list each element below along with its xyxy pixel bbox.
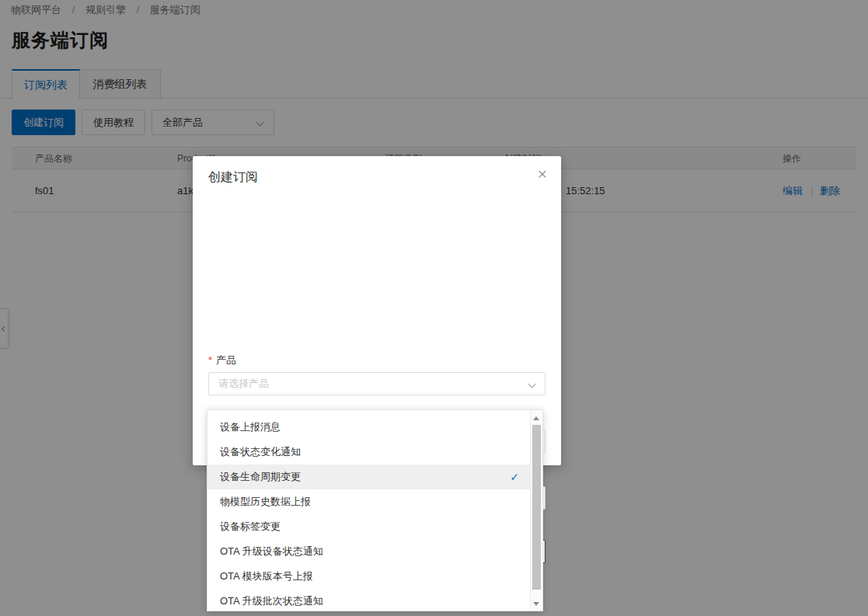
option-ota-batch-status[interactable]: OTA 升级批次状态通知 <box>207 589 530 611</box>
check-icon: ✓ <box>510 465 519 489</box>
option-ota-device-status[interactable]: OTA 升级设备状态通知 <box>207 539 530 564</box>
option-thing-model-history[interactable]: 物模型历史数据上报 <box>207 489 530 514</box>
product-select[interactable]: 请选择产品 <box>208 372 546 395</box>
option-device-report[interactable]: 设备上报消息 <box>207 415 530 440</box>
message-type-dropdown: 设备上报消息 设备状态变化通知 设备生命周期变更 ✓ 物模型历史数据上报 设备标… <box>207 409 543 611</box>
scrollbar-thumb[interactable] <box>532 425 541 590</box>
scroll-down-icon[interactable] <box>533 602 539 606</box>
modal-title: 创建订阅 <box>208 169 258 186</box>
option-device-status-change[interactable]: 设备状态变化通知 <box>207 440 530 465</box>
close-icon[interactable]: × <box>538 165 547 182</box>
required-asterisk: * <box>208 354 212 366</box>
dropdown-scrollbar[interactable] <box>530 411 542 611</box>
option-device-lifecycle[interactable]: 设备生命周期变更 ✓ <box>207 465 530 489</box>
scroll-up-icon[interactable] <box>533 416 539 420</box>
option-ota-module-version[interactable]: OTA 模块版本号上报 <box>207 564 530 589</box>
product-field-label: *产品 <box>208 353 236 367</box>
option-device-tag-change[interactable]: 设备标签变更 <box>207 514 530 539</box>
chevron-down-icon <box>528 381 536 388</box>
product-select-placeholder: 请选择产品 <box>218 378 269 389</box>
dropdown-option-list: 设备上报消息 设备状态变化通知 设备生命周期变更 ✓ 物模型历史数据上报 设备标… <box>207 415 530 611</box>
iot-console-screen: 物联网平台 / 规则引擎 / 服务端订阅 服务端订阅 订阅列表 消费组列表 创建… <box>0 0 868 616</box>
